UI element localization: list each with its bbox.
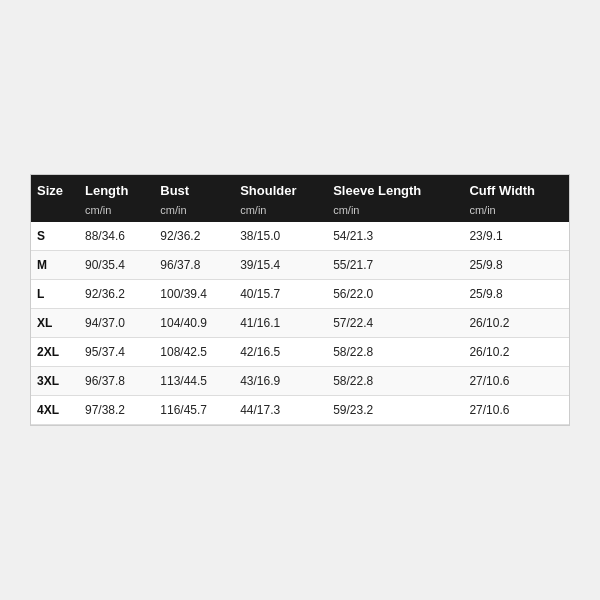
cell-size: S xyxy=(31,222,79,251)
column-headers-row: Size Length Bust Shoulder Sleeve Length … xyxy=(31,175,569,202)
size-col-header: Size xyxy=(31,175,79,202)
cell-shoulder: 42/16.5 xyxy=(234,338,327,367)
cuff-unit: cm/in xyxy=(463,202,569,222)
cell-size: M xyxy=(31,251,79,280)
cell-bust: 113/44.5 xyxy=(154,367,234,396)
cell-sleeve: 58/22.8 xyxy=(327,367,463,396)
length-col-header: Length xyxy=(79,175,154,202)
bust-col-header: Bust xyxy=(154,175,234,202)
cell-cuff: 26/10.2 xyxy=(463,309,569,338)
cell-shoulder: 44/17.3 xyxy=(234,396,327,425)
table-row: 2XL95/37.4108/42.542/16.558/22.826/10.2 xyxy=(31,338,569,367)
cell-cuff: 23/9.1 xyxy=(463,222,569,251)
cell-cuff: 25/9.8 xyxy=(463,251,569,280)
table-row: 3XL96/37.8113/44.543/16.958/22.827/10.6 xyxy=(31,367,569,396)
cell-size: 4XL xyxy=(31,396,79,425)
cell-bust: 100/39.4 xyxy=(154,280,234,309)
cell-cuff: 27/10.6 xyxy=(463,367,569,396)
cell-sleeve: 54/21.3 xyxy=(327,222,463,251)
cell-size: 2XL xyxy=(31,338,79,367)
size-unit xyxy=(31,202,79,222)
unit-headers-row: cm/in cm/in cm/in cm/in cm/in xyxy=(31,202,569,222)
cell-sleeve: 57/22.4 xyxy=(327,309,463,338)
cell-sleeve: 59/23.2 xyxy=(327,396,463,425)
cell-size: L xyxy=(31,280,79,309)
cell-length: 88/34.6 xyxy=(79,222,154,251)
cell-length: 90/35.4 xyxy=(79,251,154,280)
cell-cuff: 26/10.2 xyxy=(463,338,569,367)
cell-sleeve: 55/21.7 xyxy=(327,251,463,280)
shoulder-unit: cm/in xyxy=(234,202,327,222)
table-row: S88/34.692/36.238/15.054/21.323/9.1 xyxy=(31,222,569,251)
table-row: 4XL97/38.2116/45.744/17.359/23.227/10.6 xyxy=(31,396,569,425)
cell-length: 96/37.8 xyxy=(79,367,154,396)
size-rows: S88/34.692/36.238/15.054/21.323/9.1M90/3… xyxy=(31,222,569,425)
cuff-col-header: Cuff Width xyxy=(463,175,569,202)
cell-shoulder: 38/15.0 xyxy=(234,222,327,251)
cell-bust: 92/36.2 xyxy=(154,222,234,251)
cell-shoulder: 40/15.7 xyxy=(234,280,327,309)
bust-unit: cm/in xyxy=(154,202,234,222)
cell-cuff: 27/10.6 xyxy=(463,396,569,425)
cell-cuff: 25/9.8 xyxy=(463,280,569,309)
cell-bust: 108/42.5 xyxy=(154,338,234,367)
sleeve-col-header: Sleeve Length xyxy=(327,175,463,202)
size-chart-container: Size Length Bust Shoulder Sleeve Length … xyxy=(30,174,570,426)
cell-length: 95/37.4 xyxy=(79,338,154,367)
table-row: XL94/37.0104/40.941/16.157/22.426/10.2 xyxy=(31,309,569,338)
cell-shoulder: 39/15.4 xyxy=(234,251,327,280)
cell-shoulder: 43/16.9 xyxy=(234,367,327,396)
cell-length: 94/37.0 xyxy=(79,309,154,338)
shoulder-col-header: Shoulder xyxy=(234,175,327,202)
sleeve-unit: cm/in xyxy=(327,202,463,222)
cell-bust: 96/37.8 xyxy=(154,251,234,280)
cell-bust: 116/45.7 xyxy=(154,396,234,425)
cell-length: 97/38.2 xyxy=(79,396,154,425)
length-unit: cm/in xyxy=(79,202,154,222)
cell-sleeve: 58/22.8 xyxy=(327,338,463,367)
size-chart-table: Size Length Bust Shoulder Sleeve Length … xyxy=(31,175,569,425)
cell-sleeve: 56/22.0 xyxy=(327,280,463,309)
cell-length: 92/36.2 xyxy=(79,280,154,309)
table-row: L92/36.2100/39.440/15.756/22.025/9.8 xyxy=(31,280,569,309)
cell-bust: 104/40.9 xyxy=(154,309,234,338)
table-row: M90/35.496/37.839/15.455/21.725/9.8 xyxy=(31,251,569,280)
cell-size: XL xyxy=(31,309,79,338)
cell-size: 3XL xyxy=(31,367,79,396)
cell-shoulder: 41/16.1 xyxy=(234,309,327,338)
